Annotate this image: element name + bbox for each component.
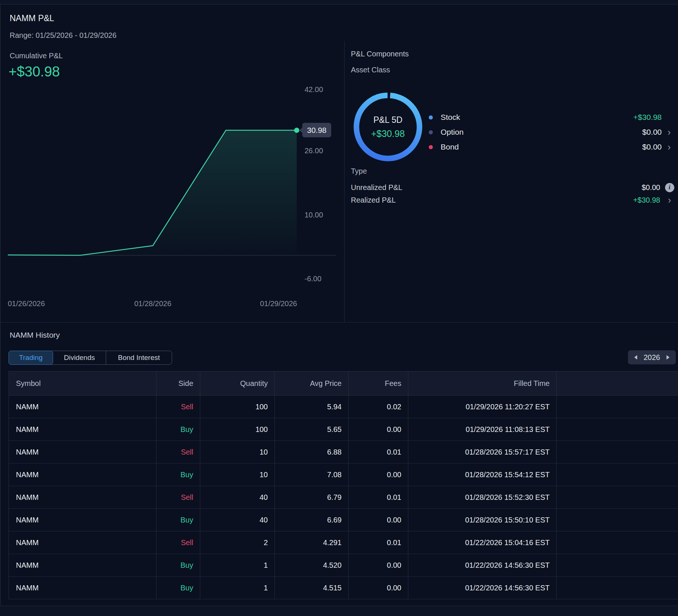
- legend-row-stock: Stock +$30.98: [429, 110, 672, 125]
- cell-quantity: 100: [200, 396, 275, 418]
- cell-side: Sell: [157, 486, 200, 508]
- cell-symbol: NAMM: [9, 509, 157, 531]
- marker-tooltip-label: 30.98: [307, 126, 327, 134]
- option-dot-icon: [429, 130, 433, 134]
- next-year-arrow-icon[interactable]: [667, 355, 669, 360]
- cell-quantity: 1: [200, 554, 275, 576]
- table-row: NAMMSell1005.940.0201/29/2026 11:20:27 E…: [9, 396, 678, 418]
- cumulative-pnl-chart[interactable]: 42.00 26.00 10.00 -6.00 30.98 01/26/2026…: [0, 82, 349, 312]
- components-title: P&L Components: [351, 50, 409, 58]
- tab-trading[interactable]: Trading: [9, 351, 53, 365]
- cell-fees: 0.00: [349, 577, 408, 599]
- cell-side: Buy: [157, 418, 200, 440]
- header-avg-price: Avg Price: [275, 371, 349, 395]
- history-table: Symbol Side Quantity Avg Price Fees Fill…: [9, 371, 678, 599]
- cell-symbol: NAMM: [9, 554, 157, 576]
- unrealized-pnl-row: Unrealized P&L $0.00 i: [351, 181, 674, 194]
- chevron-right-icon[interactable]: ›: [668, 197, 671, 203]
- cell-symbol: NAMM: [9, 418, 157, 440]
- cell-fees: 0.00: [349, 418, 408, 440]
- cell-quantity: 40: [200, 486, 275, 508]
- y-tick-26: 26.00: [305, 147, 323, 155]
- cell-filled-time: 01/22/2026 14:56:30 EST: [408, 554, 557, 576]
- header-quantity: Quantity: [200, 371, 275, 395]
- cell-empty: [557, 509, 678, 531]
- history-table-body: NAMMSell1005.940.0201/29/2026 11:20:27 E…: [9, 396, 678, 599]
- cell-quantity: 10: [200, 463, 275, 486]
- x-tick-0128: 01/28/2026: [134, 299, 171, 308]
- cell-side: Buy: [157, 509, 200, 531]
- cell-avg-price: 6.79: [275, 486, 349, 508]
- cell-filled-time: 01/28/2026 15:52:30 EST: [408, 486, 557, 508]
- icon-slot: ›: [665, 197, 674, 203]
- y-tick-42: 42.00: [305, 85, 323, 94]
- cell-empty: [557, 396, 678, 418]
- cell-side: Buy: [157, 577, 200, 599]
- chevron-right-icon[interactable]: ›: [666, 129, 672, 135]
- cell-avg-price: 4.515: [275, 577, 349, 599]
- history-tabs: Trading Dividends Bond Interest: [9, 351, 172, 365]
- cell-avg-price: 5.94: [275, 396, 349, 418]
- bond-dot-icon: [429, 145, 433, 149]
- cell-symbol: NAMM: [9, 396, 157, 418]
- realized-pnl-row[interactable]: Realized P&L +$30.98 ›: [351, 194, 674, 206]
- cell-avg-price: 6.69: [275, 509, 349, 531]
- legend-name: Option: [441, 128, 464, 137]
- y-tick-10: 10.00: [305, 211, 323, 219]
- history-title: NAMM History: [10, 331, 60, 340]
- cell-filled-time: 01/22/2026 15:04:16 EST: [408, 531, 557, 554]
- header-filled-time: Filled Time: [408, 371, 557, 395]
- legend-row-bond[interactable]: Bond $0.00 ›: [429, 140, 672, 154]
- cell-avg-price: 4.520: [275, 554, 349, 576]
- asset-class-legend: Stock +$30.98 Option $0.00 › Bond $0.00 …: [429, 110, 672, 154]
- table-row: NAMMSell106.880.0101/28/2026 15:57:17 ES…: [9, 441, 678, 463]
- header-empty: [557, 371, 678, 395]
- chevron-right-icon[interactable]: ›: [666, 144, 672, 150]
- legend-row-option[interactable]: Option $0.00 ›: [429, 125, 672, 140]
- cell-side: Sell: [157, 441, 200, 463]
- cell-empty: [557, 531, 678, 554]
- cell-empty: [557, 441, 678, 463]
- realized-pnl-label: Realized P&L: [351, 196, 396, 204]
- legend-value: +$30.98: [633, 113, 662, 122]
- asset-class-label: Asset Class: [351, 66, 390, 74]
- cell-fees: 0.01: [349, 486, 408, 508]
- cell-quantity: 100: [200, 418, 275, 440]
- realized-pnl-value: +$30.98: [633, 196, 660, 204]
- cell-filled-time: 01/28/2026 15:54:12 EST: [408, 463, 557, 486]
- table-row: NAMMBuy406.690.0001/28/2026 15:50:10 EST: [9, 509, 678, 531]
- tab-dividends[interactable]: Dividends: [53, 351, 106, 364]
- year-label: 2026: [644, 353, 660, 362]
- history-table-header: Symbol Side Quantity Avg Price Fees Fill…: [9, 371, 678, 396]
- cell-avg-price: 5.65: [275, 418, 349, 440]
- cell-empty: [557, 554, 678, 576]
- panel-top-border: [0, 4, 678, 4]
- cell-side: Sell: [157, 396, 200, 418]
- cell-avg-price: 6.88: [275, 441, 349, 463]
- cell-fees: 0.01: [349, 441, 408, 463]
- cell-quantity: 10: [200, 441, 275, 463]
- section-horizontal-divider: [0, 322, 678, 322]
- cell-side: Buy: [157, 554, 200, 576]
- donut-center-label: P&L 5D: [373, 115, 402, 125]
- info-icon[interactable]: i: [665, 183, 674, 192]
- cell-symbol: NAMM: [9, 441, 157, 463]
- cell-symbol: NAMM: [9, 577, 157, 599]
- chart-endpoint-dot: [294, 128, 299, 133]
- table-row: NAMMSell406.790.0101/28/2026 15:52:30 ES…: [9, 486, 678, 509]
- y-tick-neg6: -6.00: [305, 275, 322, 283]
- previous-year-arrow-icon[interactable]: [634, 355, 637, 360]
- legend-value: $0.00: [642, 142, 662, 151]
- cell-empty: [557, 418, 678, 440]
- legend-value: $0.00: [642, 128, 662, 137]
- stock-dot-icon: [429, 115, 433, 119]
- table-row: NAMMSell24.2910.0101/22/2026 15:04:16 ES…: [9, 531, 678, 554]
- page-title: NAMM P&L: [10, 13, 54, 23]
- cell-side: Sell: [157, 531, 200, 554]
- legend-name: Bond: [441, 142, 459, 151]
- cell-fees: 0.02: [349, 396, 408, 418]
- cell-avg-price: 4.291: [275, 531, 349, 554]
- tab-bond-interest[interactable]: Bond Interest: [106, 351, 172, 364]
- header-side: Side: [157, 371, 200, 395]
- cell-quantity: 1: [200, 577, 275, 599]
